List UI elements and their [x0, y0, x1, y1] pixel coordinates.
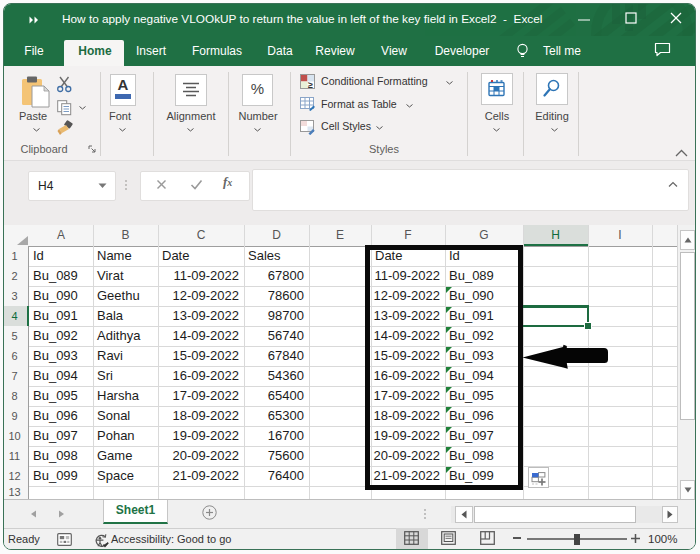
svg-text:≥: ≥ [308, 80, 313, 90]
